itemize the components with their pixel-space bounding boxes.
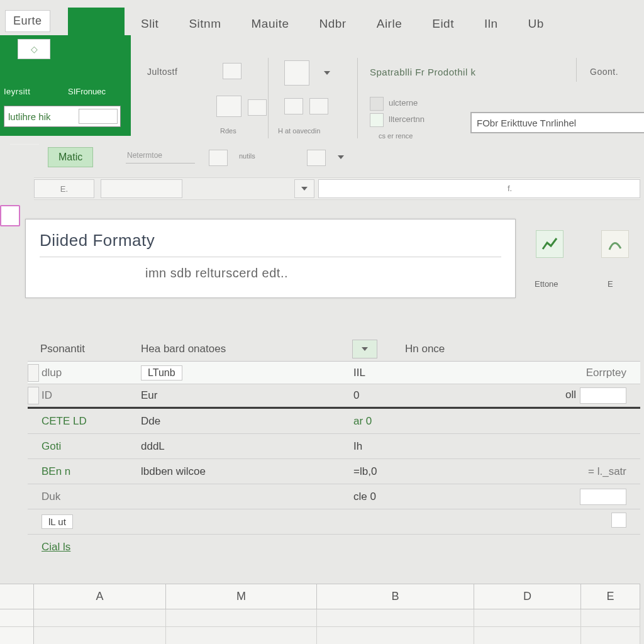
cell[interactable] xyxy=(34,627,166,644)
ribbon-group3-top[interactable]: Spatrablli Fr Prodothil k xyxy=(370,67,475,77)
cell: cle 0 xyxy=(353,491,376,502)
cell-chip[interactable]: lL ut xyxy=(42,514,73,529)
col-header-3[interactable]: Hn once xyxy=(377,343,453,355)
side-input-box[interactable] xyxy=(79,109,118,124)
col-header-2[interactable]: Hea bard onatoes xyxy=(141,343,348,355)
cell[interactable] xyxy=(474,609,581,627)
menu-item-7[interactable]: Iln xyxy=(469,12,513,36)
ribbon-btn-c[interactable] xyxy=(248,99,267,116)
cell: ID xyxy=(42,389,52,401)
row-action-icon[interactable] xyxy=(611,513,626,528)
formula-bar-placeholder: f. xyxy=(508,184,512,193)
table-row[interactable]: Duk cle 0 xyxy=(28,484,640,509)
ribbon-dd-2[interactable] xyxy=(336,152,346,162)
ribbon-swatch-2[interactable] xyxy=(370,113,384,127)
menu-item-file[interactable]: Eurte xyxy=(5,10,50,32)
table-row[interactable]: BEn n lbdben wilcoe =lb,0 = l._satr xyxy=(28,459,640,484)
ribbon-group4-label[interactable]: Goont. xyxy=(590,67,618,77)
cell-chip[interactable]: LTunb xyxy=(141,365,182,380)
table-row[interactable]: lL ut xyxy=(28,509,640,535)
chart-up-icon[interactable] xyxy=(536,230,564,258)
cell: IIL xyxy=(353,367,365,379)
col-header-D[interactable]: D xyxy=(474,584,581,609)
formula-bar-row: E. f. xyxy=(34,177,640,200)
side-small-underline xyxy=(10,136,39,145)
ribbon-group1-caption: Rdes xyxy=(220,127,236,135)
ribbon-btn-g[interactable] xyxy=(309,98,328,114)
col-header-M[interactable]: M xyxy=(166,584,317,609)
ribbon-btn-a[interactable] xyxy=(223,63,242,79)
col-header-E[interactable]: E xyxy=(581,584,640,609)
menu-item-5[interactable]: Airle xyxy=(362,12,418,36)
cell: dddL xyxy=(141,440,165,452)
ribbon-swatch[interactable] xyxy=(370,97,384,111)
ribbon-btn-e[interactable] xyxy=(284,60,309,86)
side-input-label: lutlihre hik xyxy=(8,111,51,122)
select-all-corner[interactable] xyxy=(0,584,33,609)
cell-link[interactable]: Cial ls xyxy=(42,541,70,553)
ribbon-group3-mid1[interactable]: ulcterne xyxy=(389,98,418,108)
table-row[interactable]: ID Eur 0 oll xyxy=(28,384,640,407)
banner-subtitle: imn sdb relturscerd edt.. xyxy=(26,257,515,280)
table-row[interactable]: Goti dddL Ih xyxy=(28,434,640,459)
side-label-left: Ieyrsitt xyxy=(4,87,30,96)
menu-item-6[interactable]: Eidt xyxy=(417,12,469,36)
cell-input[interactable] xyxy=(580,387,626,404)
cell[interactable] xyxy=(166,627,317,644)
ribbon-group2-caption: H at oavecdin xyxy=(278,127,320,135)
name-box-ext[interactable] xyxy=(101,179,182,198)
ribbon-group1-label: Jultostf xyxy=(147,67,177,77)
ribbon-btn-d[interactable] xyxy=(209,150,228,166)
menu-item-2[interactable]: Sitnm xyxy=(174,12,236,36)
matic-tab[interactable]: Matic xyxy=(48,147,93,167)
side-input[interactable]: lutlihre hik xyxy=(4,106,121,127)
cell[interactable] xyxy=(166,609,317,627)
col-header-dropdown[interactable] xyxy=(352,340,377,358)
ribbon-search-input[interactable]: FObr Erikttuve Tnrlinhel xyxy=(470,112,644,133)
cell[interactable] xyxy=(317,627,474,644)
ribbon-search-text: FObr Erikttuve Tnrlinhel xyxy=(477,118,576,128)
quick-launch-icon[interactable]: ◇ xyxy=(18,39,50,59)
cell: Dde xyxy=(141,415,160,427)
smart-tag-icon[interactable] xyxy=(0,205,20,226)
row-header[interactable] xyxy=(0,627,33,644)
table-row[interactable]: dlup LTunb IIL Eorrptey xyxy=(28,362,640,384)
table-body: dlup LTunb IIL Eorrptey ID Eur 0 oll CET… xyxy=(28,361,640,560)
cell[interactable] xyxy=(581,627,640,644)
col-header-B[interactable]: B xyxy=(317,584,474,609)
ribbon-btn-b[interactable] xyxy=(216,96,242,117)
name-box-dropdown[interactable] xyxy=(294,179,314,198)
table-row[interactable]: CETE LD Dde ar 0 xyxy=(28,409,640,434)
cell[interactable] xyxy=(34,609,166,627)
menu-item-8[interactable]: Ub xyxy=(513,12,559,36)
ribbon-group3-caption: cs er rence xyxy=(379,132,413,140)
cell: lbdben wilcoe xyxy=(141,465,206,477)
row-handle-icon[interactable] xyxy=(28,364,39,382)
ribbon-group3-mid2[interactable]: lltercertnn xyxy=(389,114,425,124)
col-header-A[interactable]: A xyxy=(34,584,166,609)
cell[interactable] xyxy=(581,609,640,627)
csv-icon[interactable] xyxy=(601,230,629,258)
ribbon: Jultostf Rdes nutils H at oavecdin Spatr… xyxy=(136,58,640,152)
col-header-1[interactable]: Psonantit xyxy=(28,343,141,355)
cell: Goti xyxy=(42,440,61,452)
ribbon-btn-f[interactable] xyxy=(284,98,303,114)
menu-item-3[interactable]: Mauite xyxy=(236,12,304,36)
grid-row xyxy=(34,609,640,627)
info-banner: Diided Formaty imn sdb relturscerd edt.. xyxy=(25,219,516,298)
row-header[interactable] xyxy=(0,609,33,627)
table-row[interactable]: Cial ls xyxy=(28,535,640,560)
name-box[interactable]: E. xyxy=(34,179,94,198)
menu-item-1[interactable]: Slit xyxy=(126,12,174,36)
row-handle-icon[interactable] xyxy=(28,387,39,404)
cell[interactable] xyxy=(474,627,581,644)
cell: Eorrptey xyxy=(586,367,626,379)
row-header-gutter xyxy=(0,584,34,644)
menu-item-4[interactable]: Ndbr xyxy=(304,12,362,36)
cell: Ih xyxy=(353,440,362,452)
cell-input[interactable] xyxy=(580,489,626,505)
ribbon-dd-1[interactable] xyxy=(322,68,332,78)
formula-bar[interactable]: f. xyxy=(318,179,640,198)
ribbon-btn-h[interactable] xyxy=(307,150,326,166)
cell[interactable] xyxy=(317,609,474,627)
